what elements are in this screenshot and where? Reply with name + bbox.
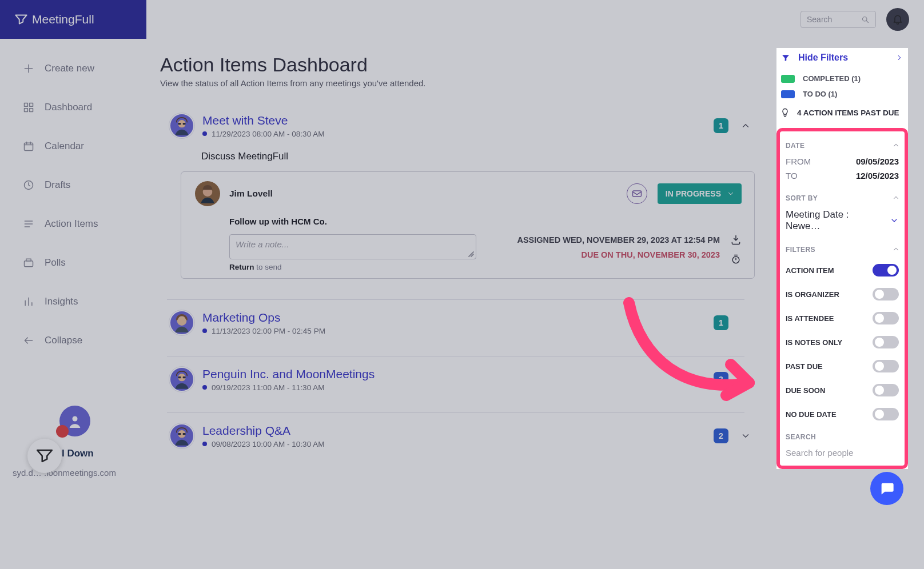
meeting-title[interactable]: Penguin Inc. and MoonMeetings <box>202 367 714 381</box>
meeting-avatar <box>169 113 194 138</box>
status-dot <box>202 442 207 446</box>
svg-rect-3 <box>30 109 33 112</box>
chevron-right-icon <box>895 54 903 62</box>
toggle-is-attendee[interactable]: IS ATTENDEE <box>784 306 900 330</box>
return-hint: Return to send <box>229 263 476 271</box>
nav-label: Action Items <box>45 218 98 230</box>
toggle-action-item[interactable]: ACTION ITEM <box>784 258 900 282</box>
filter-icon <box>781 53 790 62</box>
svg-point-8 <box>863 17 867 21</box>
collapse-toggle[interactable] <box>739 119 752 133</box>
section-date: DATE <box>786 142 804 150</box>
chat-button[interactable] <box>870 472 903 505</box>
svg-rect-18 <box>183 376 186 378</box>
nav-insights[interactable]: Insights <box>0 282 146 321</box>
meeting-header[interactable]: Leadership Q&A 09/08/2023 10:00 AM - 10:… <box>160 423 755 448</box>
nav-label: Polls <box>45 257 66 269</box>
meeting-title[interactable]: Leadership Q&A <box>202 424 714 438</box>
email-button[interactable] <box>627 183 647 204</box>
svg-rect-17 <box>178 376 181 378</box>
svg-rect-20 <box>178 433 181 435</box>
app-badge[interactable] <box>27 439 62 473</box>
meeting-card: Leadership Q&A 09/08/2023 10:00 AM - 10:… <box>160 423 755 459</box>
collapse-toggle[interactable] <box>739 429 752 443</box>
svg-rect-11 <box>183 123 186 125</box>
list-icon <box>23 218 34 230</box>
nav-drafts[interactable]: Drafts <box>0 166 146 205</box>
stopwatch-icon[interactable] <box>730 254 742 265</box>
sort-select[interactable]: Meeting Date : Newe… <box>784 207 900 234</box>
page-subtitle: View the status of all Action Items from… <box>160 78 775 88</box>
people-search[interactable]: Search for people <box>784 446 900 458</box>
chevron-up-icon[interactable] <box>892 194 900 202</box>
count-badge: 1 <box>714 118 728 133</box>
notifications-button[interactable] <box>886 8 909 31</box>
meeting-header[interactable]: Meet with Steve 11/29/2023 08:00 AM - 08… <box>160 113 755 138</box>
filter-todo[interactable]: TO DO (1) <box>776 86 908 102</box>
due-meta: DUE ON THU, NOVEMBER 30, 2023 <box>517 250 720 259</box>
user-email: syd.d… .ioonmeetings.com <box>13 468 116 478</box>
collapse-toggle[interactable] <box>739 372 752 386</box>
download-icon[interactable] <box>730 234 742 246</box>
grid-icon <box>23 102 34 113</box>
meeting-time: 11/13/2023 02:00 PM - 02:45 PM <box>212 327 325 335</box>
nav-create-new[interactable]: Create new <box>0 49 146 88</box>
resize-icon <box>468 251 475 258</box>
nav-label: Dashboard <box>45 102 92 113</box>
pastdue-summary: 4 ACTION ITEMS PAST DUE <box>776 102 908 128</box>
meeting-time: 09/08/2023 10:00 AM - 10:30 AM <box>212 440 324 448</box>
person-icon <box>66 412 84 430</box>
switch-icon <box>873 408 899 420</box>
nav-calendar[interactable]: Calendar <box>0 127 146 166</box>
meeting-time: 09/19/2023 11:00 AM - 11:30 AM <box>212 383 324 392</box>
assignee-avatar <box>195 181 220 206</box>
user-name: I Down <box>62 448 94 459</box>
action-description: Follow up with HCM Co. <box>229 217 742 226</box>
filter-completed[interactable]: COMPLETED (1) <box>776 71 908 86</box>
hide-filters-button[interactable]: Hide Filters <box>776 48 908 71</box>
svg-rect-6 <box>25 261 33 267</box>
filters-panel: Hide Filters COMPLETED (1) TO DO (1) 4 A… <box>776 48 908 469</box>
toggle-is-notes-only[interactable]: IS NOTES ONLY <box>784 330 900 354</box>
brand[interactable]: MeetingFull <box>0 0 146 39</box>
section-search: SEARCH <box>786 433 900 441</box>
swatch-icon <box>781 90 795 98</box>
plus-icon <box>23 63 34 74</box>
meeting-card: Penguin Inc. and MoonMeetings 09/19/2023… <box>160 367 755 402</box>
switch-icon <box>873 384 899 396</box>
mail-icon <box>631 188 643 199</box>
global-search[interactable]: Search <box>800 11 876 28</box>
bell-icon <box>892 14 903 25</box>
assignee-name: Jim Lovell <box>229 189 618 199</box>
toggle-past-due[interactable]: PAST DUE <box>784 354 900 378</box>
status-select[interactable]: IN PROGRESS <box>658 183 742 204</box>
nav-polls[interactable]: Polls <box>0 243 146 282</box>
date-from[interactable]: FROM09/05/2023 <box>784 154 900 169</box>
status-label: IN PROGRESS <box>666 189 721 198</box>
meeting-title[interactable]: Meet with Steve <box>202 114 714 127</box>
search-placeholder: Search <box>807 15 832 24</box>
meeting-header[interactable]: Marketing Ops 11/13/2023 02:00 PM - 02:4… <box>160 310 755 335</box>
chat-icon <box>879 480 895 496</box>
toggle-no-due-date[interactable]: NO DUE DATE <box>784 402 900 426</box>
date-to[interactable]: TO12/05/2023 <box>784 169 900 183</box>
action-item: Jim Lovell IN PROGRESS Follow up with HC… <box>181 171 755 279</box>
note-input[interactable]: Write a note... <box>229 234 476 259</box>
meeting-title[interactable]: Marketing Ops <box>202 311 714 324</box>
nav-action-items[interactable]: Action Items <box>0 205 146 243</box>
divider <box>167 412 744 413</box>
meeting-header[interactable]: Penguin Inc. and MoonMeetings 09/19/2023… <box>160 367 755 392</box>
section-filters: FILTERS <box>786 246 815 254</box>
nav-collapse[interactable]: Collapse <box>0 321 146 360</box>
divider <box>167 299 744 300</box>
nav-dashboard[interactable]: Dashboard <box>0 88 146 127</box>
chevron-up-icon[interactable] <box>892 245 900 253</box>
nav-label: Create new <box>45 63 94 74</box>
svg-rect-21 <box>183 433 186 435</box>
toggle-is-organizer[interactable]: IS ORGANIZER <box>784 282 900 306</box>
toggle-due-soon[interactable]: DUE SOON <box>784 378 900 402</box>
status-dot <box>202 328 207 333</box>
meeting-avatar <box>169 423 194 448</box>
chevron-up-icon[interactable] <box>892 141 900 149</box>
main: Action Items Dashboard View the status o… <box>146 39 775 459</box>
